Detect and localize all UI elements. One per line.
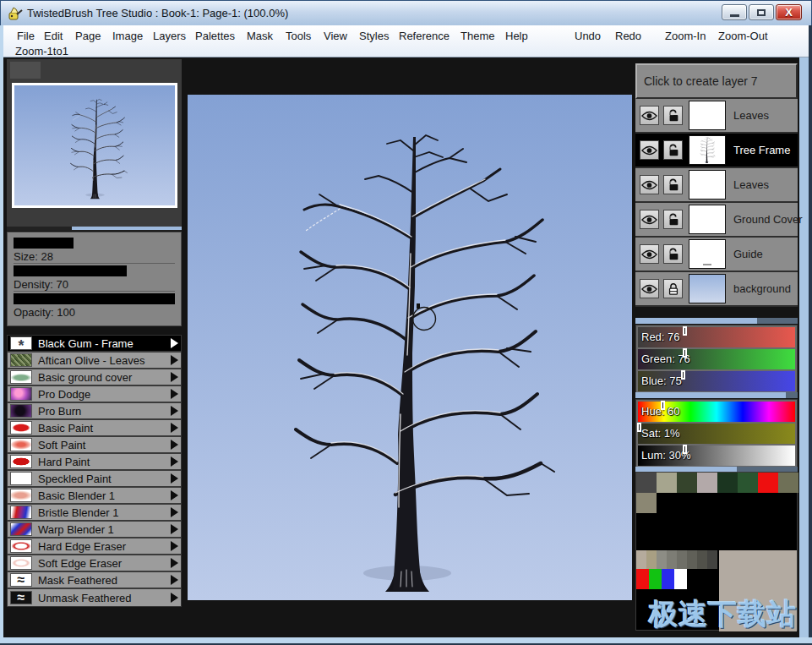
layers-scrollbar[interactable]	[635, 318, 757, 324]
menu-item-edit[interactable]: Edit	[41, 29, 65, 43]
color-slider-marker[interactable]	[683, 445, 687, 454]
layer-thumbnail[interactable]	[689, 135, 726, 165]
menu-action-undo[interactable]: Undo	[572, 29, 603, 43]
brush-item[interactable]: Basic Paint	[8, 420, 181, 437]
palette-swatch[interactable]	[778, 473, 798, 493]
brush-item[interactable]: Warp Blender 1	[8, 522, 181, 538]
brush-expand-arrow-icon[interactable]	[171, 389, 178, 399]
layer-thumbnail[interactable]	[689, 205, 726, 234]
palette-swatch[interactable]	[758, 473, 778, 493]
menu-item-image[interactable]: Image	[110, 29, 145, 43]
brush-item[interactable]: Hard Paint	[8, 454, 181, 471]
canvas[interactable]	[188, 95, 632, 600]
menu-action-redo[interactable]: Redo	[613, 29, 644, 43]
menu-item-reference[interactable]: Reference	[396, 29, 452, 43]
menu-item-layers[interactable]: Layers	[150, 29, 188, 43]
color-slider-marker[interactable]	[637, 423, 641, 432]
palette-swatch[interactable]	[674, 569, 687, 589]
brush-expand-arrow-icon[interactable]	[171, 490, 178, 500]
layer-thumbnail[interactable]	[689, 170, 726, 200]
slider-track[interactable]	[14, 265, 175, 276]
palette-swatch[interactable]	[636, 569, 649, 589]
brush-expand-arrow-icon[interactable]	[171, 575, 178, 585]
restore-button[interactable]	[749, 4, 774, 20]
brush-item[interactable]: Pro Burn	[8, 403, 181, 420]
palette-swatch[interactable]	[667, 550, 677, 569]
color-slider-lum[interactable]: Lum: 30%	[638, 445, 795, 466]
brush-item[interactable]: Soft Edge Eraser	[8, 555, 181, 572]
palette-swatch[interactable]	[697, 473, 717, 493]
brush-item[interactable]: Bristle Blender 1	[8, 505, 181, 522]
layer-row-background[interactable]: background	[635, 272, 798, 307]
palette-swatch[interactable]	[717, 473, 738, 493]
color-slider-blue[interactable]: Blue: 75	[638, 371, 795, 391]
layer-thumbnail[interactable]	[689, 274, 726, 303]
title-bar[interactable]: TwistedBrush Tree Studio : Book-1: Page-…	[0, 0, 812, 25]
layer-lock-icon[interactable]	[663, 106, 683, 125]
brush-item[interactable]: Speckled Paint	[8, 471, 181, 488]
menu-item-tools[interactable]: Tools	[283, 29, 313, 43]
brush-expand-arrow-icon[interactable]	[171, 338, 178, 348]
layer-visibility-eye-icon[interactable]	[640, 210, 659, 229]
brush-expand-arrow-icon[interactable]	[171, 423, 178, 433]
palette-swatch[interactable]	[657, 473, 677, 493]
brush-expand-arrow-icon[interactable]	[171, 440, 178, 450]
brush-item[interactable]: Hard Edge Eraser	[8, 538, 181, 555]
palette-swatch[interactable]	[636, 493, 657, 513]
rgb-scrollbar[interactable]	[635, 392, 786, 398]
palette-swatch[interactable]	[649, 569, 662, 589]
palette-swatch[interactable]	[697, 550, 707, 569]
palette-swatch[interactable]	[646, 550, 657, 569]
layer-row-ground-cover[interactable]: Ground Cover	[635, 203, 798, 238]
layer-lock-icon[interactable]	[663, 210, 683, 229]
brush-expand-arrow-icon[interactable]	[171, 372, 178, 382]
brush-expand-arrow-icon[interactable]	[171, 406, 178, 416]
layer-thumbnail[interactable]	[689, 101, 726, 130]
layer-lock-icon[interactable]	[663, 175, 683, 194]
palette-swatch[interactable]	[738, 473, 758, 493]
minimize-button[interactable]	[722, 4, 747, 20]
layer-visibility-eye-icon[interactable]	[640, 175, 659, 194]
slider-value-bar[interactable]	[14, 265, 127, 276]
color-slider-red[interactable]: Red: 76	[638, 327, 795, 347]
color-slider-sat[interactable]: Sat: 1%	[638, 424, 795, 444]
menu-item-palettes[interactable]: Palettes	[193, 29, 237, 43]
color-slider-marker[interactable]	[683, 348, 687, 358]
color-slider-green[interactable]: Green: 76	[638, 349, 795, 369]
menu-item-page[interactable]: Page	[73, 29, 103, 43]
color-slider-marker[interactable]	[681, 370, 685, 380]
brush-item[interactable]: Pro Dodge	[8, 386, 181, 403]
layer-lock-icon[interactable]	[663, 244, 683, 264]
layer-visibility-eye-icon[interactable]	[640, 279, 659, 298]
slider-value-bar[interactable]	[14, 293, 175, 304]
brush-item[interactable]: Unmask Feathered	[8, 589, 181, 606]
brush-expand-arrow-icon[interactable]	[171, 456, 178, 467]
brush-expand-arrow-icon[interactable]	[171, 593, 178, 603]
brush-item[interactable]: Soft Paint	[8, 437, 181, 454]
menu-item-view[interactable]: View	[321, 29, 350, 43]
brush-item[interactable]: Aftican Olive - Leaves	[8, 353, 181, 369]
slider-track[interactable]	[14, 238, 175, 249]
layer-visibility-eye-icon[interactable]	[640, 106, 659, 125]
menu-item-mask[interactable]: Mask	[244, 29, 275, 43]
palette-swatch[interactable]	[677, 473, 697, 493]
brush-expand-arrow-icon[interactable]	[171, 558, 178, 568]
layer-lock-icon[interactable]	[663, 279, 683, 298]
palette-swatch[interactable]	[657, 550, 667, 569]
slider-value-bar[interactable]	[14, 238, 74, 249]
palette-swatch[interactable]	[687, 550, 697, 569]
menu-action-zoom-out[interactable]: Zoom-Out	[716, 29, 771, 43]
brush-item[interactable]: Basic Blender 1	[8, 488, 181, 505]
menu-action-zoom-1to1[interactable]: Zoom-1to1	[13, 44, 71, 58]
menu-item-file[interactable]: File	[14, 29, 37, 43]
brush-expand-arrow-icon[interactable]	[171, 355, 178, 365]
color-slider-marker[interactable]	[661, 401, 665, 410]
layer-row-leaves[interactable]: Leaves	[635, 168, 798, 203]
create-layer-button[interactable]: Click to create layer 7	[635, 63, 798, 99]
brush-expand-arrow-icon[interactable]	[171, 524, 178, 534]
layer-lock-icon[interactable]	[663, 140, 683, 160]
left-panel-scrollbar[interactable]	[72, 227, 182, 230]
layer-visibility-eye-icon[interactable]	[640, 244, 659, 264]
layer-row-leaves[interactable]: Leaves	[635, 99, 798, 134]
tree-preview-thumbnail[interactable]	[12, 83, 177, 208]
